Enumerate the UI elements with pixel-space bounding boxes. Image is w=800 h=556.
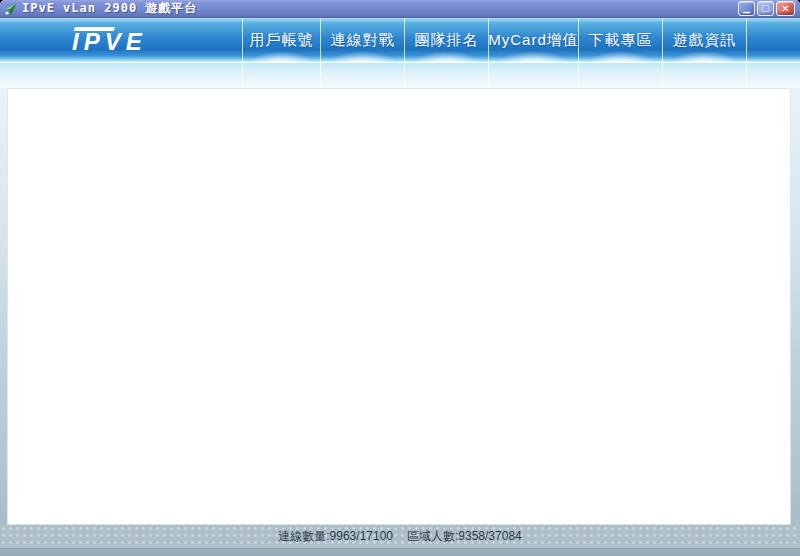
nav-item-game-info[interactable]: 遊戲資訊 [662,18,746,62]
nav-label: MyCard增值 [488,31,579,50]
strip-segment [404,63,488,88]
header: IPVE 用戶帳號 連線對戰 團隊排名 MyCard增值 下載專區 遊戲資訊 [0,18,800,63]
strip-segment [746,63,800,88]
nav-item-team-ranking[interactable]: 團隊排名 [404,18,488,62]
status-bar: 連線數量:9963/17100 區域人數:9358/37084 [0,525,800,548]
strip-segment [320,63,404,88]
minimize-button[interactable]: ▁ [738,1,755,16]
close-button[interactable]: ✕ [776,1,795,16]
svg-text:IPVE: IPVE [72,28,147,55]
nav-label: 下載專區 [589,31,653,50]
nav-item-online-battle[interactable]: 連線對戰 [320,18,404,62]
nav-filler [746,18,800,62]
strip-segment [578,63,662,88]
strip-segment [242,63,320,88]
nav-label: 團隊排名 [415,31,479,50]
window-bottom-edge [0,548,800,556]
header-strip [0,63,800,88]
nav-item-user-account[interactable]: 用戶帳號 [242,18,320,62]
strip-segment [662,63,746,88]
app-window: IPvE vLan 2900 遊戲平台 ▁ ▢ ✕ IPVE 用戶帳號 連線對戰 [0,0,800,556]
nav-item-download-zone[interactable]: 下載專區 [578,18,662,62]
content-frame [0,88,800,525]
window-controls: ▁ ▢ ✕ [738,1,795,16]
region-count: 區域人數:9358/37084 [407,528,522,545]
nav-label: 遊戲資訊 [673,31,737,50]
nav-label: 用戶帳號 [250,31,314,50]
content-area [7,88,791,525]
window-title: IPvE vLan 2900 遊戲平台 [22,0,197,17]
logo: IPVE [0,18,242,62]
nav-item-mycard-topup[interactable]: MyCard增值 [488,18,578,62]
connection-count: 連線數量:9963/17100 [278,528,393,545]
titlebar[interactable]: IPvE vLan 2900 遊戲平台 ▁ ▢ ✕ [0,0,800,18]
strip-segment [488,63,578,88]
app-icon[interactable] [4,2,17,15]
main-nav: 用戶帳號 連線對戰 團隊排名 MyCard增值 下載專區 遊戲資訊 [242,18,800,62]
strip-segment [0,63,242,88]
nav-label: 連線對戰 [331,31,395,50]
maximize-button[interactable]: ▢ [757,1,774,16]
ipve-logo-graphic: IPVE [46,24,196,56]
